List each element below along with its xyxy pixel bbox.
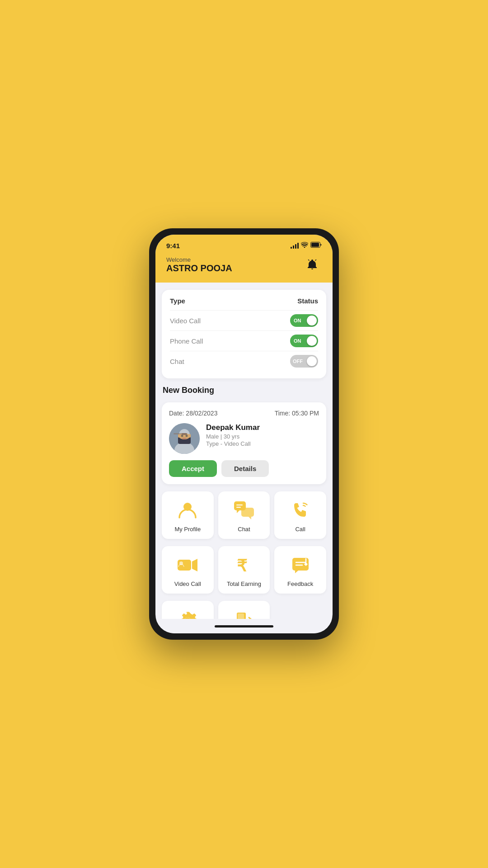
phone-call-label: Phone Call [170, 337, 203, 345]
type-column-header: Type [170, 297, 185, 305]
phone-call-toggle[interactable]: ON [290, 335, 318, 347]
type-status-card: Type Status Video Call ON Phone Call ON [162, 290, 326, 378]
rupee-icon: ₹ [233, 554, 255, 576]
phone-screen: 9:41 [155, 235, 333, 633]
booking-time: Time: 05:30 PM [275, 410, 319, 417]
status-time: 9:41 [166, 242, 180, 250]
menu-item-total-earning[interactable]: ₹ Total Earning [218, 546, 270, 594]
menu-item-feedback[interactable]: Feedback [274, 546, 326, 594]
video-call-label: Video Call [170, 317, 201, 325]
menu-item-my-profile[interactable]: My Profile [162, 491, 214, 539]
booking-customer-name: Deepak Kumar [206, 423, 319, 432]
booking-actions: Accept Details [169, 460, 319, 477]
header-text: Welcome ASTRO POOJA [166, 256, 232, 274]
home-indicator [155, 619, 333, 633]
notification-bell-button[interactable] [303, 255, 322, 274]
wifi-icon [301, 242, 308, 249]
menu-label-my-profile: My Profile [174, 526, 201, 533]
phone-frame: 9:41 [149, 228, 339, 640]
menu-grid-row3: Settings Logout [162, 601, 326, 619]
main-content: Type Status Video Call ON Phone Call ON [155, 283, 333, 619]
svg-rect-7 [178, 434, 180, 438]
menu-label-total-earning: Total Earning [227, 580, 261, 587]
booking-gender-age: Male | 30 yrs [206, 433, 319, 440]
menu-grid-row1: My Profile Chat [162, 491, 326, 539]
menu-label-video-call: Video Call [174, 580, 201, 587]
booking-card: Date: 28/02/2023 Time: 05:30 PM [162, 402, 326, 484]
battery-icon [310, 242, 322, 249]
accept-button[interactable]: Accept [169, 460, 217, 477]
phone-call-row: Phone Call ON [170, 330, 318, 351]
menu-item-call[interactable]: Call [274, 491, 326, 539]
svg-rect-13 [174, 433, 184, 434]
person-icon [177, 500, 198, 521]
type-status-header: Type Status [170, 297, 318, 305]
svg-rect-1 [311, 243, 319, 247]
signal-icon [291, 242, 299, 249]
booking-call-type: Type - Video Call [206, 440, 319, 447]
status-column-header: Status [297, 297, 318, 305]
menu-label-call: Call [295, 526, 305, 533]
booking-date: Date: 28/02/2023 [169, 410, 217, 417]
feedback-icon [290, 554, 311, 576]
svg-rect-16 [241, 508, 254, 517]
svg-text:₹: ₹ [237, 557, 247, 575]
video-call-toggle-label: ON [294, 318, 301, 323]
settings-icon [177, 609, 198, 619]
greeting-text: Welcome [166, 256, 232, 263]
logout-icon [233, 609, 255, 619]
video-call-toggle[interactable]: ON [290, 314, 318, 327]
home-bar [215, 625, 273, 627]
menu-item-chat[interactable]: Chat [218, 491, 270, 539]
chat-toggle[interactable]: OFF [290, 355, 318, 368]
svg-rect-8 [189, 434, 191, 438]
user-name: ASTRO POOJA [166, 263, 232, 274]
details-button[interactable]: Details [221, 460, 269, 477]
status-icons [291, 242, 322, 249]
header: Welcome ASTRO POOJA [155, 252, 333, 283]
avatar [169, 423, 200, 454]
new-booking-title: New Booking [162, 386, 326, 395]
video-call-icon [177, 554, 198, 576]
booking-meta: Date: 28/02/2023 Time: 05:30 PM [169, 410, 319, 417]
chat-label: Chat [170, 358, 184, 365]
video-call-row: Video Call ON [170, 310, 318, 330]
booking-details: Deepak Kumar Male | 30 yrs Type - Video … [206, 423, 319, 447]
booking-info: Deepak Kumar Male | 30 yrs Type - Video … [169, 423, 319, 454]
menu-label-chat: Chat [238, 526, 250, 533]
chat-icon [233, 500, 255, 521]
menu-item-video-call[interactable]: Video Call [162, 546, 214, 594]
menu-label-feedback: Feedback [287, 580, 313, 587]
svg-rect-30 [238, 613, 244, 619]
chat-toggle-label: OFF [293, 359, 303, 364]
phone-call-toggle-thumb [307, 336, 317, 346]
svg-point-10 [186, 435, 188, 437]
chat-row: Chat OFF [170, 351, 318, 371]
svg-marker-20 [192, 559, 197, 571]
chat-toggle-thumb [307, 356, 317, 366]
menu-item-logout[interactable]: Logout [218, 601, 270, 619]
call-icon [290, 500, 311, 521]
svg-point-12 [182, 438, 187, 439]
menu-grid-row2: Video Call ₹ Total Earning [162, 546, 326, 594]
phone-call-toggle-label: ON [294, 338, 301, 344]
video-call-toggle-thumb [307, 316, 317, 326]
menu-item-settings[interactable]: Settings [162, 601, 214, 619]
status-bar: 9:41 [155, 235, 333, 252]
svg-point-9 [181, 435, 183, 437]
